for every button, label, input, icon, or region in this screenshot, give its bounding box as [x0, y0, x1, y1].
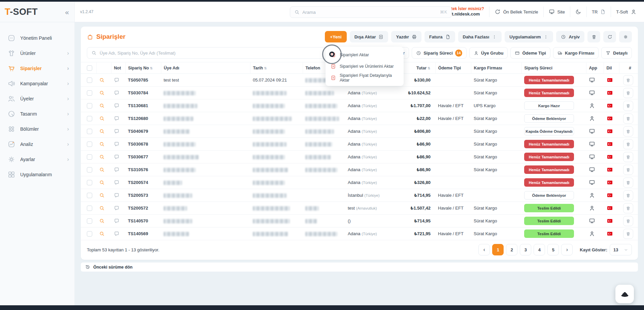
row-delete-button[interactable]	[623, 114, 633, 124]
status-badge[interactable]: Teslim Edildi	[524, 229, 574, 238]
live-chat-button[interactable]	[615, 285, 634, 303]
row-note-icon[interactable]	[114, 90, 120, 96]
menu-item-siparisleri-ve-urunlerini-aktar[interactable]: Siparişleri ve Ürünlerini Aktar	[326, 61, 404, 72]
global-search-input[interactable]	[302, 10, 437, 15]
row-delete-button[interactable]	[623, 139, 633, 149]
row-quickview-icon[interactable]	[99, 77, 105, 83]
row-delete-button[interactable]	[623, 178, 633, 188]
revert-version-button[interactable]: Önceki sürüme dön	[81, 262, 638, 272]
row-note-icon[interactable]	[114, 154, 120, 160]
filter-uye-grubu-button[interactable]: Üye Grubu	[469, 47, 508, 59]
row-quickview-icon[interactable]	[99, 154, 105, 160]
menu-item-siparisleri-fiyat-detaylariyla-aktar[interactable]: Siparişleri Fiyat Detaylarıyla Aktar	[326, 72, 404, 84]
row-quickview-icon[interactable]	[99, 205, 105, 211]
sort-icon[interactable]: ⇅	[150, 66, 152, 70]
sidebar-item-siparisler[interactable]: Siparişler ›	[0, 61, 74, 76]
status-badge[interactable]: Henüz Tamamlanmadı	[524, 89, 574, 97]
row-quickview-icon[interactable]	[99, 90, 105, 96]
status-badge[interactable]: Ödeme Bekleniyor	[524, 191, 574, 199]
row-checkbox[interactable]	[87, 218, 92, 224]
row-checkbox[interactable]	[87, 206, 92, 211]
row-quickview-icon[interactable]	[99, 141, 105, 147]
row-quickview-icon[interactable]	[99, 103, 105, 108]
toolbar-yenile-button[interactable]	[603, 31, 616, 42]
filter-detayli-button[interactable]: Detaylı	[601, 47, 632, 59]
row-delete-button[interactable]	[623, 126, 633, 136]
toolbar-sil-button[interactable]	[587, 31, 600, 42]
row-checkbox[interactable]	[87, 103, 92, 108]
status-badge[interactable]: Henüz Tamamlanmadı	[524, 165, 574, 174]
toolbar-arsiv-button[interactable]: Arşiv	[556, 31, 584, 42]
row-delete-button[interactable]	[623, 152, 633, 162]
row-note-icon[interactable]	[114, 141, 120, 147]
select-all-checkbox[interactable]	[87, 65, 92, 71]
order-no-cell[interactable]: TS200574	[125, 176, 161, 189]
row-note-icon[interactable]	[114, 167, 120, 173]
page-next-button[interactable]: ›	[561, 244, 573, 255]
order-no-cell[interactable]: TS050785	[125, 74, 161, 87]
order-no-cell[interactable]: TS140569	[125, 227, 161, 240]
row-checkbox[interactable]	[87, 142, 92, 147]
filter-kargo-firmasi-button[interactable]: Kargo Firması	[553, 47, 599, 59]
sort-icon[interactable]: ⇅	[264, 66, 267, 70]
order-no-cell[interactable]: TS310576	[125, 163, 161, 176]
dark-mode-toggle[interactable]	[570, 2, 586, 22]
page-5-button[interactable]: 5	[547, 244, 559, 255]
status-badge[interactable]: Henüz Tamamlanmadı	[524, 140, 574, 148]
sidebar-item-uyeler[interactable]: Üyeler ›	[0, 91, 74, 106]
sidebar-item-ayarlar[interactable]: Ayarlar ›	[0, 152, 74, 167]
row-quickview-icon[interactable]	[99, 218, 105, 224]
sidebar-item-analiz[interactable]: Analiz ›	[0, 136, 74, 152]
row-delete-button[interactable]	[623, 229, 633, 239]
row-note-icon[interactable]	[114, 205, 120, 211]
sidebar-item-kampanyalar[interactable]: Kampanyalar ›	[0, 76, 74, 91]
row-checkbox[interactable]	[87, 78, 92, 83]
row-delete-button[interactable]	[623, 101, 633, 111]
view-site-button[interactable]: Site	[544, 2, 570, 22]
row-delete-button[interactable]	[623, 88, 633, 98]
row-note-icon[interactable]	[114, 116, 120, 121]
sort-icon[interactable]: ⇅	[428, 66, 430, 70]
header-order-no[interactable]: Sipariş No⇅	[125, 62, 161, 74]
row-delete-button[interactable]	[623, 216, 633, 226]
order-no-cell[interactable]: TS120680	[125, 112, 161, 125]
row-checkbox[interactable]	[87, 180, 92, 185]
row-checkbox[interactable]	[87, 154, 92, 160]
toolbar-ayarlar-button[interactable]	[619, 31, 632, 42]
order-no-cell[interactable]: TS130681	[125, 99, 161, 112]
sidebar-item-tasarim[interactable]: Tasarım ›	[0, 106, 74, 121]
row-note-icon[interactable]	[114, 180, 120, 185]
status-badge[interactable]: Ödeme Bekleniyor	[524, 114, 574, 123]
row-delete-button[interactable]	[623, 190, 633, 200]
sidebar-collapse-icon[interactable]: «	[65, 8, 69, 16]
row-checkbox[interactable]	[87, 129, 92, 134]
status-badge[interactable]: Teslim Edildi	[524, 204, 574, 212]
order-no-cell[interactable]: TS030784	[125, 87, 161, 99]
sidebar-item-uygulamalarim[interactable]: Uygulamalarım	[0, 167, 74, 182]
page-4-button[interactable]: 4	[534, 244, 545, 255]
row-quickview-icon[interactable]	[99, 231, 105, 237]
toolbar-fatura-button[interactable]: Fatura	[425, 31, 455, 42]
order-no-cell[interactable]: TS030677	[125, 151, 161, 163]
status-badge[interactable]: Henüz Tamamlanmadı	[524, 153, 574, 161]
row-quickview-icon[interactable]	[99, 128, 105, 134]
row-note-icon[interactable]	[114, 77, 120, 83]
order-no-cell[interactable]: TS030678	[125, 138, 161, 151]
status-badge[interactable]: Henüz Tamamlanmadı	[524, 76, 574, 84]
sidebar-item-urunler[interactable]: Ürünler ›	[0, 45, 74, 61]
row-note-icon[interactable]	[114, 103, 120, 108]
filter-odeme-tipi-button[interactable]: Ödeme Tipi	[510, 47, 550, 59]
records-per-page-select[interactable]: 13	[610, 244, 632, 255]
toolbar-yeni-button[interactable]: +Yeni	[325, 31, 346, 42]
account-menu[interactable]: T-Soft	[611, 2, 644, 22]
toolbar-disa-aktar-button[interactable]: Dışa Aktar	[350, 31, 388, 42]
global-search[interactable]: ⌘K	[290, 6, 452, 18]
status-badge[interactable]: Kapıda Ödeme Onaylandı	[524, 127, 574, 135]
status-badge[interactable]: Teslim Edildi	[524, 217, 574, 225]
order-no-cell[interactable]: TS200573	[125, 189, 161, 202]
row-note-icon[interactable]	[114, 192, 120, 198]
row-checkbox[interactable]	[87, 167, 92, 173]
page-3-button[interactable]: 3	[520, 244, 531, 255]
filter-siparis-sureci-button[interactable]: Sipariş Süreci 14	[412, 47, 467, 59]
toolbar-daha-fazlasi-button[interactable]: Daha Fazlası	[458, 31, 502, 42]
